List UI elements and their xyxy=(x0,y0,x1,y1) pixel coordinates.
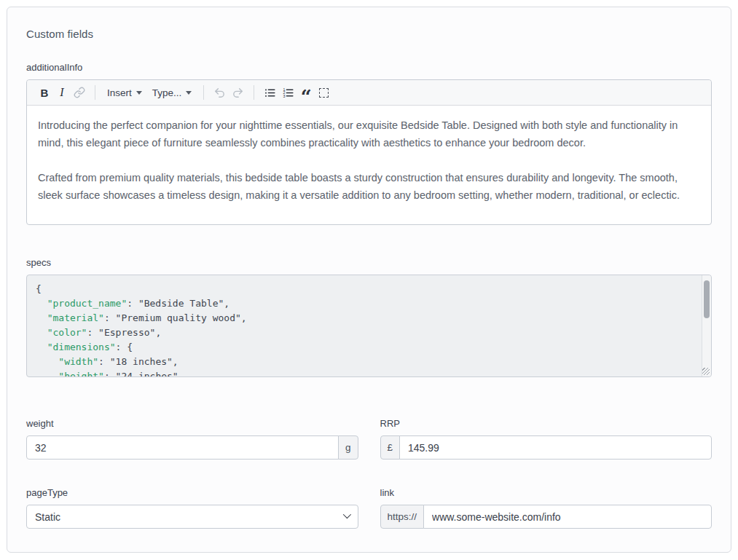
redo-button[interactable] xyxy=(229,83,247,102)
page-type-select[interactable]: Static xyxy=(26,505,358,529)
toolbar-separator xyxy=(254,85,254,100)
code-line: "product_name": "Bedside Table", xyxy=(36,296,694,311)
redo-icon xyxy=(232,87,244,99)
blockquote-icon: “ xyxy=(301,93,312,100)
code-line: "material": "Premium quality wood", xyxy=(36,311,694,326)
weight-label: weight xyxy=(26,418,358,429)
type-dropdown[interactable]: Type... xyxy=(147,83,197,102)
code-line: "dimensions": { xyxy=(36,340,694,355)
rte-toolbar: B I Insert Type... xyxy=(27,80,711,106)
specs-code-lines: { "product_name": "Bedside Table", "mate… xyxy=(36,282,694,377)
undo-icon xyxy=(213,87,226,99)
rrp-field: RRP £ xyxy=(380,418,713,460)
specs-code-editor[interactable]: { "product_name": "Bedside Table", "mate… xyxy=(26,275,712,377)
link-field: link https:// xyxy=(380,487,713,529)
toolbar-separator xyxy=(203,85,204,100)
insert-dropdown-label: Insert xyxy=(107,87,132,98)
code-line: "width": "18 inches", xyxy=(36,355,694,369)
weight-field: weight g xyxy=(26,418,358,460)
chevron-down-icon xyxy=(136,91,142,95)
editor-paragraph: Crafted from premium quality materials, … xyxy=(38,169,700,204)
embed-frame-button[interactable] xyxy=(315,83,332,102)
protocol-addon: https:// xyxy=(380,505,425,529)
rrp-input[interactable] xyxy=(399,435,712,460)
rte-content[interactable]: Introducing the perfect companion for yo… xyxy=(27,106,711,224)
ordered-list-icon: 1 2 3 xyxy=(282,87,294,99)
rich-text-editor: B I Insert Type... xyxy=(26,79,712,225)
undo-button[interactable] xyxy=(211,83,229,102)
code-line: "height": "24 inches", xyxy=(36,369,694,377)
page-type-field: pageType Static xyxy=(26,487,358,529)
scrollbar-thumb[interactable] xyxy=(704,280,710,318)
rrp-label: RRP xyxy=(380,418,713,429)
weight-unit-addon: g xyxy=(338,435,358,460)
page-title: Custom fields xyxy=(26,28,712,40)
chevron-down-icon xyxy=(186,91,192,95)
bold-button[interactable]: B xyxy=(36,83,53,102)
link-icon xyxy=(74,87,85,98)
custom-fields-card: Custom fields additionalInfo B I Insert … xyxy=(7,7,731,553)
bullet-list-button[interactable] xyxy=(261,83,279,102)
code-line: { xyxy=(36,282,694,296)
ordered-list-button[interactable]: 1 2 3 xyxy=(279,83,297,102)
additional-info-label: additionalInfo xyxy=(26,62,712,73)
type-dropdown-label: Type... xyxy=(152,87,182,98)
blockquote-button[interactable]: “ xyxy=(297,83,315,102)
link-label: link xyxy=(380,487,713,498)
resize-grip-icon[interactable] xyxy=(702,368,710,375)
editor-paragraph: Introducing the perfect companion for yo… xyxy=(38,117,700,151)
specs-field: specs { "product_name": "Bedside Table",… xyxy=(26,257,712,377)
italic-button[interactable]: I xyxy=(53,83,71,102)
code-line: "color": "Espresso", xyxy=(36,326,694,340)
link-input[interactable] xyxy=(423,505,712,529)
weight-input[interactable] xyxy=(26,435,339,460)
specs-scrollbar[interactable] xyxy=(702,275,711,376)
page-type-label: pageType xyxy=(26,487,358,498)
toolbar-separator xyxy=(95,85,95,100)
bullet-list-icon xyxy=(264,87,276,99)
specs-label: specs xyxy=(26,257,712,268)
frame-icon xyxy=(319,88,329,98)
insert-dropdown[interactable]: Insert xyxy=(102,83,147,102)
currency-addon: £ xyxy=(380,435,401,460)
link-button[interactable] xyxy=(71,83,88,102)
svg-text:3: 3 xyxy=(283,93,286,98)
